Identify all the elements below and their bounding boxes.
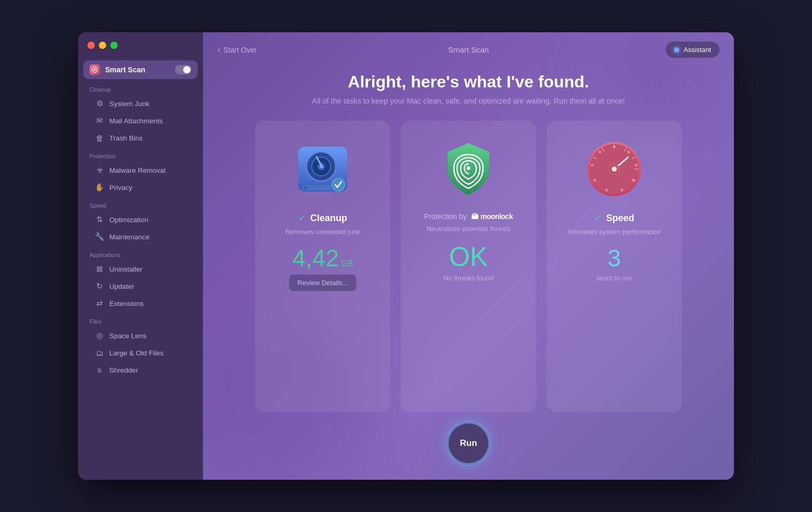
assistant-button[interactable]: Assistant bbox=[666, 42, 719, 58]
sidebar-item-malware-removal[interactable]: ☣Malware Removal bbox=[83, 162, 198, 178]
optimization-icon: ⇅ bbox=[95, 215, 104, 224]
sidebar: Smart Scan Cleanup⚙System Junk✉Mail Atta… bbox=[78, 32, 203, 480]
cleanup-value: 4,42 bbox=[293, 244, 339, 272]
large-old-files-label: Large & Old Files bbox=[109, 349, 163, 357]
speed-subtitle: Increases system performance bbox=[568, 228, 661, 236]
page-title: Smart Scan bbox=[448, 45, 489, 54]
speed-value: 3 bbox=[607, 244, 621, 272]
cards-container: ✓ Cleanup Removes unneeded junk 4,42 GB … bbox=[203, 121, 734, 412]
top-bar: ‹ Start Over Smart Scan Assistant bbox=[203, 32, 734, 67]
cleanup-subtitle: Removes unneeded junk bbox=[285, 228, 360, 236]
speed-icon-area bbox=[580, 135, 648, 203]
svg-point-34 bbox=[612, 167, 617, 172]
protection-title-row: Protection by 🏔 moonlock bbox=[424, 212, 513, 221]
cleanup-check-icon: ✓ bbox=[298, 212, 306, 224]
space-lens-label: Space Lens bbox=[109, 332, 146, 340]
maximize-button[interactable] bbox=[110, 42, 118, 49]
back-label: Start Over bbox=[223, 46, 257, 54]
updater-label: Updater bbox=[109, 283, 134, 290]
section-label-files: Files bbox=[78, 312, 203, 327]
sidebar-item-space-lens[interactable]: ◎Space Lens bbox=[83, 327, 198, 344]
optimization-label: Optimization bbox=[109, 216, 148, 224]
run-button[interactable]: Run bbox=[448, 423, 489, 464]
sidebar-item-uninstaller[interactable]: ⊠Uninstaller bbox=[83, 261, 198, 277]
mail-attachments-icon: ✉ bbox=[95, 116, 104, 125]
sidebar-toggle[interactable] bbox=[175, 65, 192, 74]
section-label-cleanup: Cleanup bbox=[78, 80, 203, 95]
protection-icon-area bbox=[435, 135, 502, 203]
section-label-protection: Protection bbox=[78, 147, 203, 161]
cleanup-icon bbox=[289, 135, 357, 203]
shredder-label: Shredder bbox=[109, 366, 138, 374]
protection-value: OK bbox=[449, 241, 488, 272]
sidebar-item-smart-scan[interactable]: Smart Scan bbox=[83, 60, 198, 79]
app-window: Smart Scan Cleanup⚙System Junk✉Mail Atta… bbox=[78, 32, 734, 480]
updater-icon: ↻ bbox=[95, 281, 104, 291]
mail-attachments-label: Mail Attachments bbox=[109, 117, 163, 125]
main-content: ‹ Start Over Smart Scan Assistant Alrigh… bbox=[203, 32, 734, 480]
chevron-left-icon: ‹ bbox=[218, 45, 220, 55]
brand-logo: 🏔 moonlock bbox=[471, 212, 513, 221]
sidebar-item-extensions[interactable]: ⇄Extensions bbox=[83, 295, 198, 312]
sidebar-item-mail-attachments[interactable]: ✉Mail Attachments bbox=[83, 112, 198, 129]
hero-title: Alright, here's what I've found. bbox=[224, 72, 713, 92]
protection-meta: No threats found bbox=[443, 274, 493, 282]
back-button[interactable]: ‹ Start Over bbox=[218, 45, 257, 55]
section-label-speed: Speed bbox=[78, 196, 203, 211]
extensions-label: Extensions bbox=[109, 300, 144, 308]
malware-removal-icon: ☣ bbox=[95, 165, 104, 175]
shredder-icon: ≡ bbox=[95, 365, 104, 375]
speed-meta: tasks to run bbox=[597, 274, 631, 282]
review-details-button[interactable]: Review Details... bbox=[289, 274, 357, 291]
uninstaller-label: Uninstaller bbox=[109, 265, 143, 273]
sidebar-item-privacy[interactable]: ✋Privacy bbox=[83, 179, 198, 196]
svg-point-1 bbox=[94, 69, 96, 71]
cleanup-value-row: 4,42 GB bbox=[293, 244, 353, 274]
protection-title: Protection by bbox=[424, 212, 467, 221]
privacy-label: Privacy bbox=[109, 184, 132, 191]
assistant-label: Assistant bbox=[683, 46, 711, 54]
minimize-button[interactable] bbox=[99, 42, 106, 49]
toggle-dot bbox=[183, 66, 191, 73]
system-junk-label: System Junk bbox=[109, 100, 149, 108]
sidebar-item-system-junk[interactable]: ⚙System Junk bbox=[83, 95, 198, 112]
brand-icon: 🏔 bbox=[471, 212, 478, 221]
sidebar-item-trash-bins[interactable]: 🗑Trash Bins bbox=[83, 130, 198, 146]
maintenance-label: Maintenance bbox=[109, 233, 149, 241]
speed-card: ✓ Speed Increases system performance 3 t… bbox=[547, 121, 682, 412]
sidebar-active-label: Smart Scan bbox=[105, 66, 145, 74]
svg-point-13 bbox=[467, 167, 471, 170]
hero-section: Alright, here's what I've found. All of … bbox=[203, 67, 734, 121]
cleanup-unit: GB bbox=[341, 259, 353, 268]
trash-bins-label: Trash Bins bbox=[109, 134, 143, 142]
cleanup-card: ✓ Cleanup Removes unneeded junk 4,42 GB … bbox=[255, 121, 390, 412]
sidebar-item-large-old-files[interactable]: 🗂Large & Old Files bbox=[83, 344, 198, 361]
cleanup-title-row: ✓ Cleanup bbox=[298, 212, 347, 224]
hero-subtitle: All of the tasks to keep your Mac clean,… bbox=[224, 97, 713, 105]
assistant-dot-icon bbox=[674, 47, 679, 53]
speed-title-row: ✓ Speed bbox=[594, 212, 634, 224]
run-button-area: Run bbox=[203, 412, 734, 480]
system-junk-icon: ⚙ bbox=[95, 99, 104, 108]
cleanup-icon-area bbox=[289, 135, 357, 203]
space-lens-icon: ◎ bbox=[95, 331, 104, 340]
sidebar-item-optimization[interactable]: ⇅Optimization bbox=[83, 211, 198, 228]
speed-check-icon: ✓ bbox=[594, 212, 602, 224]
traffic-lights bbox=[87, 42, 118, 49]
speed-icon bbox=[580, 135, 648, 203]
cleanup-title: Cleanup bbox=[310, 213, 347, 224]
svg-point-23 bbox=[613, 146, 616, 148]
sidebar-item-updater[interactable]: ↻Updater bbox=[83, 278, 198, 295]
section-label-applications: Applications bbox=[78, 246, 203, 260]
malware-removal-label: Malware Removal bbox=[109, 167, 166, 174]
svg-point-12 bbox=[333, 179, 344, 190]
sidebar-item-shredder[interactable]: ≡Shredder bbox=[83, 362, 198, 378]
brand-name: moonlock bbox=[480, 212, 513, 221]
uninstaller-icon: ⊠ bbox=[95, 264, 104, 274]
close-button[interactable] bbox=[87, 42, 95, 49]
extensions-icon: ⇄ bbox=[95, 299, 104, 308]
protection-card: Protection by 🏔 moonlock Neutralizes pot… bbox=[401, 121, 536, 412]
privacy-icon: ✋ bbox=[95, 183, 104, 192]
sidebar-sections: Cleanup⚙System Junk✉Mail Attachments🗑Tra… bbox=[78, 80, 203, 379]
sidebar-item-maintenance[interactable]: 🔧Maintenance bbox=[83, 228, 198, 245]
